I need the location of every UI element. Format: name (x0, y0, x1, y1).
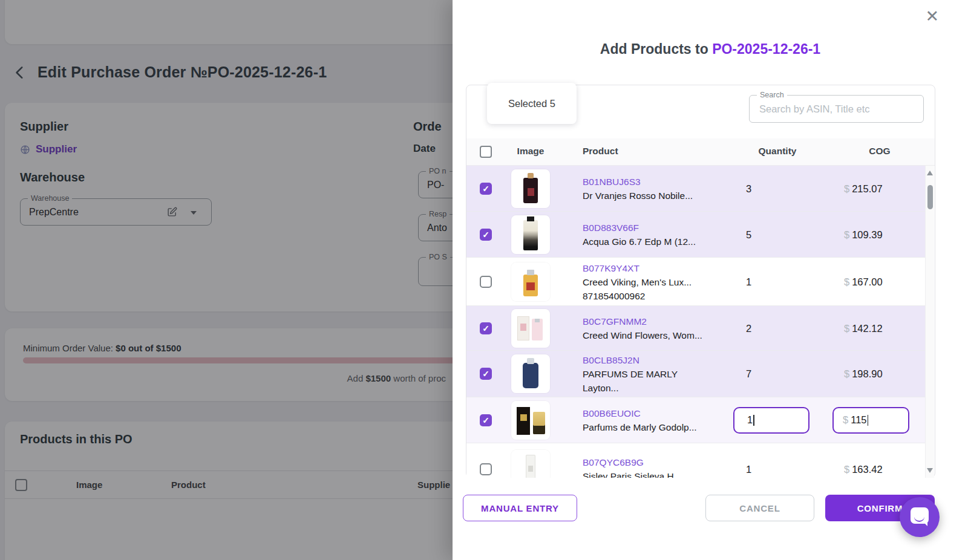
product-asin-link[interactable]: B077K9Y4XT (583, 261, 728, 275)
table-header: Image Product Quantity COG (466, 138, 935, 166)
row-checkbox[interactable]: ✓ (480, 183, 492, 195)
product-row: B07QYC6B9G Sisley Paris Sisleya H... 1 $… (466, 443, 925, 478)
column-product: Product (583, 146, 618, 157)
select-all-checkbox[interactable] (480, 146, 492, 158)
quantity-input[interactable]: 1 (733, 407, 809, 434)
product-image (511, 215, 550, 254)
cog-input[interactable]: $115 (832, 407, 909, 434)
scroll-up-icon[interactable] (927, 171, 933, 175)
product-name: Parfums de Marly Godolp... (583, 420, 728, 434)
column-image: Image (511, 146, 550, 157)
product-row: ✓ B0C7GFNMM2 Creed Wind Flowers, Wom... … (466, 306, 925, 351)
row-checkbox[interactable] (480, 463, 492, 475)
column-cog: COG (865, 146, 895, 157)
cog-value: $167.00 (844, 276, 883, 287)
scrollbar (925, 166, 934, 478)
modal-title-po-link[interactable]: PO-2025-12-26-1 (712, 41, 820, 57)
search-field[interactable]: Search (749, 95, 924, 123)
quantity-value: 7 (746, 368, 751, 380)
product-asin-link[interactable]: B0D883V66F (583, 221, 728, 235)
row-checkbox[interactable]: ✓ (480, 368, 492, 380)
row-checkbox[interactable]: ✓ (480, 229, 492, 241)
search-input[interactable] (750, 96, 923, 122)
row-checkbox[interactable]: ✓ (480, 414, 492, 426)
quantity-value: 1 (746, 463, 751, 475)
quantity-value: 2 (746, 322, 751, 334)
product-asin-link[interactable]: B01NBUJ6S3 (583, 175, 728, 189)
cog-value: $109.39 (844, 229, 883, 240)
product-row: ✓ B00B6EUOIC Parfums de Marly Godolp... … (466, 397, 925, 443)
product-row: B077K9Y4XT Creed Viking, Men's Lux... 87… (466, 258, 925, 306)
column-quantity: Quantity (753, 146, 802, 157)
cog-value: $142.12 (844, 322, 883, 334)
product-name: Creed Wind Flowers, Wom... (583, 328, 728, 342)
selected-count-chip: Selected 5 (487, 83, 577, 124)
text-cursor (753, 415, 754, 426)
modal-title: Add Products to PO-2025-12-26-1 (453, 41, 968, 57)
product-image (511, 262, 550, 301)
scrollbar-thumb[interactable] (927, 185, 933, 209)
product-name: Creed Viking, Men's Lux... (583, 275, 728, 288)
product-name: Sisley Paris Sisleya H... (583, 469, 728, 478)
product-name: PARFUMS DE MARLY (583, 367, 728, 381)
product-rows: ✓ B01NBUJ6S3 Dr Vranjes Rosso Nobile... … (466, 166, 925, 478)
product-row: ✓ B01NBUJ6S3 Dr Vranjes Rosso Nobile... … (466, 166, 925, 212)
product-image (511, 401, 550, 440)
chat-launcher-button[interactable] (900, 497, 940, 537)
product-name-line2: Layton... (583, 381, 728, 395)
row-checkbox[interactable]: ✓ (480, 322, 492, 334)
product-name-line2: 871854000962 (583, 288, 728, 302)
row-checkbox[interactable] (480, 276, 492, 288)
quantity-value: 5 (746, 229, 751, 240)
cog-value: $215.07 (844, 183, 883, 194)
cog-value: $198.90 (844, 368, 883, 380)
cancel-button[interactable]: CANCEL (705, 495, 814, 521)
close-icon[interactable]: ✕ (925, 8, 939, 25)
product-image (511, 169, 550, 208)
search-label: Search (757, 91, 787, 99)
product-row: ✓ B0CLB85J2N PARFUMS DE MARLY Layton... … (466, 351, 925, 397)
product-image (511, 354, 550, 393)
product-name: Acqua Gio 6.7 Edp M (12... (583, 235, 728, 249)
product-asin-link[interactable]: B0CLB85J2N (583, 353, 728, 367)
product-row: ✓ B0D883V66F Acqua Gio 6.7 Edp M (12... … (466, 212, 925, 258)
cog-value: $163.42 (844, 463, 883, 475)
product-asin-link[interactable]: B00B6EUOIC (583, 406, 728, 420)
quantity-value: 3 (746, 183, 751, 194)
chat-icon (911, 507, 929, 524)
manual-entry-button[interactable]: MANUAL ENTRY (463, 495, 577, 521)
scroll-down-icon[interactable] (927, 468, 933, 473)
screen: Edit Purchase Order №PO-2025-12-26-1 Sup… (0, 0, 968, 560)
product-image (511, 450, 550, 478)
add-products-modal: ✕ Add Products to PO-2025-12-26-1 Select… (453, 0, 968, 560)
product-image (511, 309, 550, 348)
products-table: Selected 5 Search Image Product Quantity… (466, 85, 935, 478)
quantity-value: 1 (746, 276, 751, 287)
product-asin-link[interactable]: B0C7GFNMM2 (583, 314, 728, 328)
product-name: Dr Vranjes Rosso Nobile... (583, 189, 728, 203)
product-asin-link[interactable]: B07QYC6B9G (583, 455, 728, 469)
text-cursor (868, 415, 869, 426)
